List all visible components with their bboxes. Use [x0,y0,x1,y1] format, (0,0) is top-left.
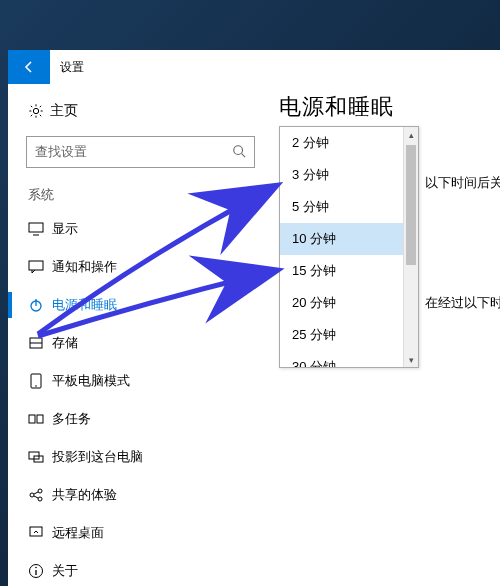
window-title: 设置 [60,59,84,76]
watermark-line2: jingyan.baidu.com [403,567,492,580]
svg-point-17 [38,497,42,501]
svg-point-0 [234,145,243,154]
dropdown-scrollbar[interactable]: ▴ ▾ [403,127,418,367]
dropdown-option[interactable]: 5 分钟 [280,191,418,223]
dropdown-option[interactable]: 20 分钟 [280,287,418,319]
tablet-icon [28,373,52,389]
dropdown-option-selected[interactable]: 10 分钟 [280,223,418,255]
svg-point-15 [30,493,34,497]
search-placeholder: 查找设置 [35,143,232,161]
scroll-thumb[interactable] [406,145,416,265]
sidebar-item-label: 平板电脑模式 [52,372,130,390]
sidebar: 主页 查找设置 系统 显示 通知和操作 电源和睡眠 [8,84,273,586]
sidebar-item-label: 投影到这台电脑 [52,448,143,466]
watermark-line1: Baidu经验 [403,554,492,567]
watermark: Baidu经验 jingyan.baidu.com [403,554,492,580]
sidebar-item-label: 远程桌面 [52,524,104,542]
dropdown-option[interactable]: 2 分钟 [280,127,418,159]
sidebar-item-label: 共享的体验 [52,486,117,504]
svg-point-23 [35,567,37,569]
sidebar-item-shared[interactable]: 共享的体验 [8,476,273,514]
sidebar-item-label: 通知和操作 [52,258,117,276]
svg-line-19 [34,496,38,498]
svg-rect-12 [37,415,43,423]
sidebar-item-label: 多任务 [52,410,91,428]
project-icon [28,449,52,465]
svg-line-1 [242,153,246,157]
home-link[interactable]: 主页 [8,96,273,130]
sidebar-item-project[interactable]: 投影到这台电脑 [8,438,273,476]
window-body: 主页 查找设置 系统 显示 通知和操作 电源和睡眠 [8,84,500,586]
svg-line-18 [34,492,38,494]
dropdown-list: 2 分钟 3 分钟 5 分钟 10 分钟 15 分钟 20 分钟 25 分钟 3… [280,127,418,367]
svg-point-10 [35,385,37,387]
message-icon [28,259,52,275]
sidebar-item-remote[interactable]: 远程桌面 [8,514,273,552]
time-dropdown[interactable]: 2 分钟 3 分钟 5 分钟 10 分钟 15 分钟 20 分钟 25 分钟 3… [279,126,419,368]
multitask-icon [28,411,52,427]
power-icon [28,297,52,313]
group-label: 系统 [8,186,273,210]
sidebar-item-power-sleep[interactable]: 电源和睡眠 [8,286,273,324]
dropdown-option[interactable]: 15 分钟 [280,255,418,287]
note-after-elapsed: 在经过以下时间后 [425,294,500,312]
sidebar-item-label: 显示 [52,220,78,238]
search-icon [232,144,246,161]
back-button[interactable] [8,50,50,84]
sidebar-item-label: 关于 [52,562,78,580]
titlebar: 设置 [8,50,500,84]
sidebar-item-storage[interactable]: 存储 [8,324,273,362]
svg-rect-2 [29,223,43,232]
search-input[interactable]: 查找设置 [26,136,255,168]
storage-icon [28,335,52,351]
settings-window: 设置 主页 查找设置 系统 显示 通知 [8,50,500,586]
svg-rect-11 [29,415,35,423]
sidebar-item-display[interactable]: 显示 [8,210,273,248]
svg-rect-4 [29,261,43,270]
sidebar-item-tablet-mode[interactable]: 平板电脑模式 [8,362,273,400]
monitor-icon [28,221,52,237]
note-after-close: 以下时间后关闭 [425,174,500,192]
sidebar-item-multitask[interactable]: 多任务 [8,400,273,438]
info-icon [28,563,52,579]
page-title: 电源和睡眠 [273,92,500,128]
dropdown-option[interactable]: 3 分钟 [280,159,418,191]
sidebar-item-about[interactable]: 关于 [8,552,273,586]
share-icon [28,487,52,503]
dropdown-option[interactable]: 25 分钟 [280,319,418,351]
content-pane: 电源和睡眠 2 分钟 3 分钟 5 分钟 10 分钟 15 分钟 20 分钟 2… [273,84,500,586]
gear-icon [28,103,50,119]
remote-icon [28,525,52,541]
dropdown-option[interactable]: 30 分钟 [280,351,418,367]
scroll-up-button[interactable]: ▴ [404,127,418,142]
svg-point-16 [38,489,42,493]
arrow-left-icon [21,59,37,75]
home-label: 主页 [50,102,78,120]
sidebar-item-label: 电源和睡眠 [52,296,117,314]
sidebar-item-label: 存储 [52,334,78,352]
sidebar-item-notifications[interactable]: 通知和操作 [8,248,273,286]
scroll-down-button[interactable]: ▾ [404,352,418,367]
